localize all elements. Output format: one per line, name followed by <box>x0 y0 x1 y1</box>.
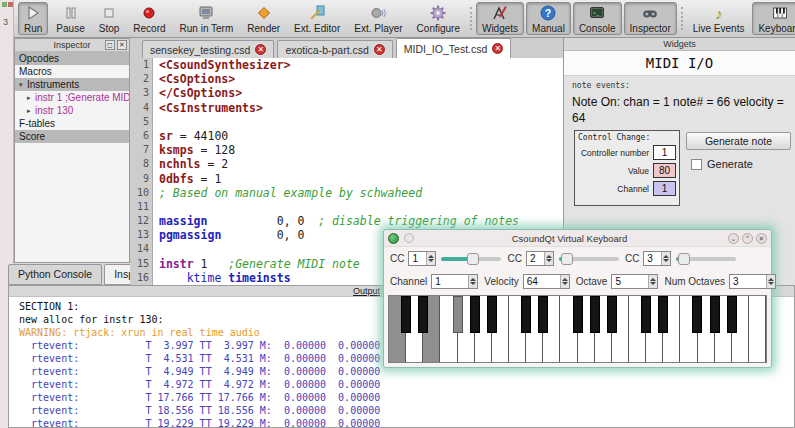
line-number: 6 <box>130 129 153 143</box>
piano-black-key[interactable] <box>727 296 737 333</box>
dock-tab-python-console[interactable]: Python Console <box>8 264 102 285</box>
piano-black-key[interactable] <box>692 296 702 333</box>
velocity-spinner[interactable]: 64 <box>523 274 570 289</box>
spin-down-button[interactable] <box>650 282 656 285</box>
sidebar-item-instr-1-generate-midi[interactable]: ▸instr 1 ;Generate MIDI ... <box>15 91 129 104</box>
generate-checkbox[interactable] <box>691 159 702 170</box>
piano-black-key[interactable] <box>401 296 411 333</box>
tab-close-icon[interactable]: ✕ <box>492 43 503 54</box>
spin-up-button[interactable] <box>470 278 476 281</box>
console-line: rtevent: T 17.766 TT 17.766 M: 0.00000 0… <box>19 391 794 404</box>
spin-up-button[interactable] <box>768 278 774 281</box>
piano-black-key[interactable] <box>607 296 617 333</box>
line-number: 8 <box>130 157 153 171</box>
toolbar-button-manual[interactable]: ?Manual <box>526 2 571 35</box>
channel-spinner[interactable]: 1 <box>431 274 478 289</box>
output-label[interactable]: Output <box>353 286 380 296</box>
spin-up-button[interactable] <box>428 255 434 258</box>
maximize-button[interactable]: ⌃ <box>742 233 753 244</box>
num-octaves-spinner[interactable]: 3 <box>729 274 776 289</box>
toolbar-button-run[interactable]: Run <box>18 2 48 35</box>
editor-tab-exotica-b-part-csd[interactable]: exotica-b-part.csd✕ <box>277 40 392 58</box>
sidebar-item-macros[interactable]: Macros <box>15 65 129 78</box>
piano-black-key[interactable] <box>418 296 428 333</box>
spin-down-button[interactable] <box>562 282 568 285</box>
sidebar-item-f-tables[interactable]: F-tables <box>15 117 129 130</box>
spin-down-button[interactable] <box>470 282 476 285</box>
toolbar-button-widgets[interactable]: Widgets <box>476 2 524 35</box>
dock-close-button[interactable]: ✕ <box>117 40 127 50</box>
dock-float-button[interactable]: ◻ <box>105 40 115 50</box>
editor-tab-sensekey-testing-csd[interactable]: sensekey_testing.csd✕ <box>142 40 274 58</box>
sidebar-item-opcodes[interactable]: Opcodes <box>15 52 129 65</box>
minimize-button[interactable]: ⌄ <box>728 233 739 244</box>
control-change-channel-value[interactable]: 1 <box>653 181 676 196</box>
sidebar-item-instruments[interactable]: ▾Instruments <box>15 78 129 91</box>
toolbar-button-record[interactable]: Record <box>127 2 171 35</box>
line-number: 10 <box>130 186 153 200</box>
piano-black-key[interactable] <box>487 296 497 333</box>
toolbar-button-ext-player[interactable]: Ext. Player <box>348 2 408 35</box>
toolbar-button-run-in-term[interactable]: Run in Term <box>174 2 240 35</box>
spin-up-button[interactable] <box>562 278 568 281</box>
toolbar-button-live-events[interactable]: ♪Live Events <box>687 2 751 35</box>
cc-1-spinner[interactable]: 1 <box>408 251 436 266</box>
piano-black-key[interactable] <box>641 296 651 333</box>
toolbar-button-pause[interactable]: Pause <box>50 2 90 35</box>
piano-black-key[interactable] <box>521 296 531 333</box>
control-change-value-value[interactable]: 80 <box>653 163 676 178</box>
sidebar-item-score[interactable]: Score <box>15 130 129 143</box>
close-button[interactable]: ✕ <box>756 233 767 244</box>
code-line: 11 <box>130 200 563 214</box>
piano-black-key[interactable] <box>453 296 463 333</box>
tab-close-icon[interactable]: ✕ <box>374 44 385 55</box>
slider-handle[interactable] <box>678 253 690 265</box>
spin-down-button[interactable] <box>768 282 774 285</box>
collapse-arrow-icon[interactable]: ▾ <box>19 78 27 91</box>
octave-spinner[interactable]: 5 <box>611 274 658 289</box>
toolbar-button-console[interactable]: >_Console <box>573 2 622 35</box>
piano-black-key[interactable] <box>710 296 720 333</box>
cc-control-group-2: CC2 <box>507 251 618 266</box>
control-change-field-label: Value <box>628 166 649 176</box>
piano-black-key[interactable] <box>658 296 668 333</box>
piano-black-key[interactable] <box>470 296 480 333</box>
sidebar-item-instr-130[interactable]: ▸instr 130 <box>15 104 129 117</box>
param-label: Velocity <box>484 276 518 287</box>
toolbar-button-render[interactable]: Render <box>241 2 286 35</box>
toolbar-button-stop[interactable]: Stop <box>93 2 126 35</box>
piano-white-key[interactable] <box>749 296 766 362</box>
cc-3-spinner[interactable]: 3 <box>643 251 671 266</box>
cc-3-slider[interactable] <box>676 252 736 266</box>
spin-down-button[interactable] <box>428 259 434 262</box>
spin-down-button[interactable] <box>546 259 552 262</box>
expand-arrow-icon[interactable]: ▸ <box>27 91 35 104</box>
control-change-caption: Control Change: <box>578 133 676 142</box>
piano-black-key[interactable] <box>573 296 583 333</box>
spin-up-button[interactable] <box>546 255 552 258</box>
virtual-keyboard-window: CsoundQt Virtual Keyboard ⌄ ⌃ ✕ CC1CC2CC… <box>383 229 772 368</box>
spin-up-button[interactable] <box>663 255 669 258</box>
virtual-keyboard-titlebar[interactable]: CsoundQt Virtual Keyboard ⌄ ⌃ ✕ <box>384 230 771 247</box>
expand-arrow-icon[interactable]: ▸ <box>27 104 35 117</box>
tab-close-icon[interactable]: ✕ <box>255 44 266 55</box>
piano-black-key[interactable] <box>538 296 548 333</box>
cc-1-slider[interactable] <box>441 252 501 266</box>
window-menu-button[interactable] <box>404 233 414 243</box>
cc-2-spinner[interactable]: 2 <box>526 251 554 266</box>
slider-handle[interactable] <box>467 253 479 265</box>
generate-note-button[interactable]: Generate note <box>686 132 791 150</box>
toolbar-button-configure[interactable]: Configure <box>411 2 466 35</box>
toolbar-button-ext-editor[interactable]: Ext. Editor <box>288 2 346 35</box>
slider-handle[interactable] <box>561 253 573 265</box>
spinbox-value: 2 <box>527 252 544 265</box>
toolbar-button-inspector[interactable]: Inspector <box>624 2 677 35</box>
editor-tab-midi-io-test-csd[interactable]: MIDI_IO_Test.csd✕ <box>396 38 511 58</box>
cc-2-slider[interactable] <box>559 252 619 266</box>
toolbar-button-keyboard[interactable]: Keyboard <box>752 2 795 35</box>
control-change-fields: Controller number1Value80Channel1 <box>578 145 676 196</box>
control-change-controller-number-value[interactable]: 1 <box>653 145 676 160</box>
piano-black-key[interactable] <box>590 296 600 333</box>
spin-down-button[interactable] <box>663 259 669 262</box>
spin-up-button[interactable] <box>650 278 656 281</box>
